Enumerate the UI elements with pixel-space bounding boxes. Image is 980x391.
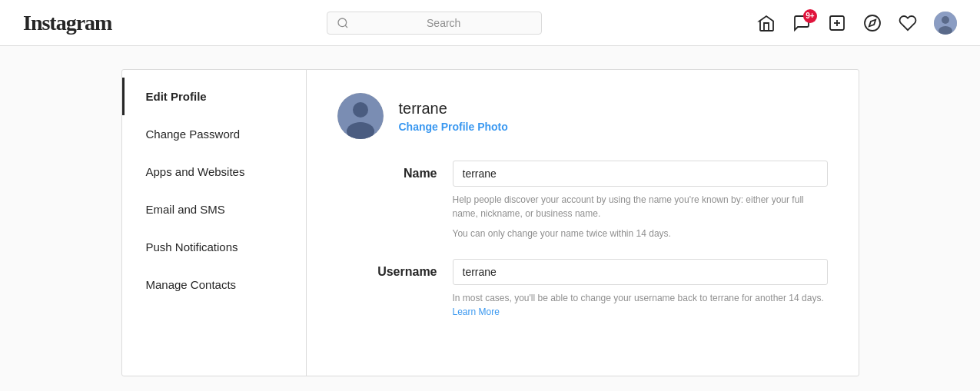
- main-container: Edit Profile Change Password Apps and We…: [121, 69, 859, 376]
- header-nav-icons: 9+: [757, 12, 957, 35]
- search-icon: [337, 17, 349, 29]
- header: Instagram 9+: [0, 0, 980, 46]
- sidebar-item-push-notifications[interactable]: Push Notifications: [122, 228, 306, 266]
- search-bar[interactable]: [327, 12, 542, 35]
- username-field-col: In most cases, you'll be able to change …: [453, 259, 828, 319]
- home-icon[interactable]: [757, 14, 776, 32]
- svg-point-11: [353, 102, 368, 118]
- name-hint-2: You can only change your name twice with…: [453, 227, 828, 240]
- notification-badge: 9+: [803, 9, 817, 23]
- sidebar-item-change-password[interactable]: Change Password: [122, 115, 306, 153]
- edit-profile-content: terrane Change Profile Photo Name Help p…: [307, 70, 859, 376]
- profile-username-text: terrane: [399, 100, 508, 118]
- svg-marker-6: [869, 19, 875, 25]
- profile-avatar[interactable]: [337, 93, 384, 139]
- heart-icon[interactable]: [899, 14, 917, 32]
- profile-username-block: terrane Change Profile Photo: [399, 100, 508, 133]
- sidebar-item-email-sms[interactable]: Email and SMS: [122, 191, 306, 228]
- search-input[interactable]: [355, 17, 532, 29]
- username-form-row: Username In most cases, you'll be able t…: [337, 259, 828, 319]
- svg-point-8: [942, 16, 949, 24]
- new-post-icon[interactable]: [828, 14, 846, 32]
- sidebar-item-edit-profile[interactable]: Edit Profile: [122, 78, 306, 115]
- svg-point-5: [865, 15, 880, 31]
- activity-icon[interactable]: 9+: [792, 14, 811, 32]
- sidebar-item-manage-contacts[interactable]: Manage Contacts: [122, 266, 306, 303]
- name-field-col: Help people discover your account by usi…: [453, 161, 828, 240]
- sidebar-item-apps-websites[interactable]: Apps and Websites: [122, 153, 306, 191]
- learn-more-link[interactable]: Learn More: [453, 307, 500, 317]
- profile-header-row: terrane Change Profile Photo: [337, 93, 828, 139]
- instagram-logo: Instagram: [23, 11, 111, 35]
- change-profile-photo-link[interactable]: Change Profile Photo: [399, 121, 508, 133]
- username-label: Username: [337, 259, 437, 279]
- svg-line-1: [345, 25, 347, 28]
- avatar-header[interactable]: [934, 12, 957, 35]
- name-hint-1: Help people discover your account by usi…: [453, 193, 828, 220]
- name-form-row: Name Help people discover your account b…: [337, 161, 828, 240]
- svg-point-0: [338, 18, 347, 27]
- name-label: Name: [337, 161, 437, 181]
- sidebar: Edit Profile Change Password Apps and We…: [122, 70, 307, 376]
- name-input[interactable]: [453, 161, 828, 187]
- explore-icon[interactable]: [863, 14, 882, 32]
- username-input[interactable]: [453, 259, 828, 285]
- username-hint: In most cases, you'll be able to change …: [453, 291, 828, 319]
